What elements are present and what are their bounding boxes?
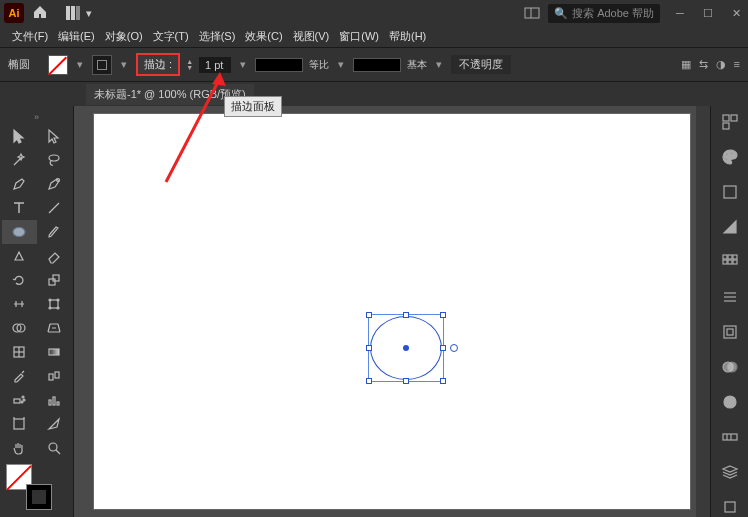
fill-stroke-indicator[interactable] <box>2 460 71 504</box>
center-point[interactable] <box>403 345 409 351</box>
selection-tool[interactable] <box>2 124 37 148</box>
menu-view[interactable]: 视图(V) <box>289 27 334 46</box>
magic-wand-tool[interactable] <box>2 148 37 172</box>
symbols-panel-icon[interactable] <box>719 322 741 343</box>
menu-type[interactable]: 文字(T) <box>149 27 193 46</box>
direct-selection-tool[interactable] <box>37 124 72 148</box>
stroke-indicator[interactable] <box>26 484 52 510</box>
menu-bar: 文件(F) 编辑(E) 对象(O) 文字(T) 选择(S) 效果(C) 视图(V… <box>0 26 748 48</box>
transform-panel-icon[interactable]: ⇆ <box>699 58 708 71</box>
workspace-switcher[interactable]: ▾ <box>60 4 98 22</box>
more-options-icon[interactable]: ≡ <box>734 58 740 71</box>
tools-panel: » <box>0 106 74 517</box>
menu-effect[interactable]: 效果(C) <box>241 27 286 46</box>
opacity-link[interactable]: 不透明度 <box>451 55 511 74</box>
width-tool[interactable] <box>2 292 37 316</box>
blend-tool[interactable] <box>37 364 72 388</box>
handle-top-right[interactable] <box>440 312 446 318</box>
properties-panel-icon[interactable] <box>719 112 741 133</box>
color-panel-icon[interactable] <box>719 147 741 168</box>
minimize-button[interactable]: ─ <box>672 7 688 20</box>
mesh-tool[interactable] <box>2 340 37 364</box>
stroke-weight-dropdown-icon[interactable]: ▾ <box>237 58 249 71</box>
shape-builder-tool[interactable] <box>2 316 37 340</box>
type-tool[interactable] <box>2 196 37 220</box>
handle-mid-right[interactable] <box>440 345 446 351</box>
hand-tool[interactable] <box>2 436 37 460</box>
brushes-panel-icon[interactable] <box>719 252 741 273</box>
paintbrush-tool[interactable] <box>37 220 72 244</box>
ellipse-tool[interactable] <box>2 220 37 244</box>
eraser-tool[interactable] <box>37 244 72 268</box>
search-box[interactable]: 🔍 搜索 Adobe 帮助 <box>548 4 660 23</box>
symbol-sprayer-tool[interactable] <box>2 388 37 412</box>
vertical-scrollbar[interactable] <box>696 106 710 517</box>
curvature-tool[interactable] <box>37 172 72 196</box>
home-icon[interactable] <box>32 4 48 22</box>
scale-tool[interactable] <box>37 268 72 292</box>
svg-point-36 <box>49 443 57 451</box>
graphic-styles-panel-icon[interactable] <box>719 426 741 447</box>
menu-select[interactable]: 选择(S) <box>195 27 240 46</box>
doc-arrange-icon[interactable] <box>524 7 540 19</box>
slice-tool[interactable] <box>37 412 72 436</box>
maximize-button[interactable]: ☐ <box>700 7 716 20</box>
handle-mid-left[interactable] <box>366 345 372 351</box>
appearance-panel-icon[interactable] <box>719 391 741 412</box>
close-button[interactable]: ✕ <box>728 7 744 20</box>
stroke-weight-stepper[interactable]: ▲▼ <box>186 59 193 71</box>
shaper-tool[interactable] <box>2 244 37 268</box>
width-profile-label: 等比 <box>309 58 329 72</box>
isolate-icon[interactable]: ◑ <box>716 58 726 71</box>
width-profile-preview[interactable] <box>255 58 303 72</box>
menu-file[interactable]: 文件(F) <box>8 27 52 46</box>
canvas-area[interactable] <box>74 106 710 517</box>
title-bar: Ai ▾ 🔍 搜索 Adobe 帮助 ─ ☐ ✕ <box>0 0 748 26</box>
brush-dropdown-icon[interactable]: ▾ <box>433 58 445 71</box>
menu-edit[interactable]: 编辑(E) <box>54 27 99 46</box>
align-panel-icon[interactable]: ▦ <box>681 58 691 71</box>
swatches-panel-icon[interactable] <box>719 217 741 238</box>
line-segment-tool[interactable] <box>37 196 72 220</box>
handle-bottom-left[interactable] <box>366 378 372 384</box>
stroke-dropdown-icon[interactable]: ▾ <box>118 58 130 71</box>
handle-bottom-center[interactable] <box>403 378 409 384</box>
fill-swatch[interactable] <box>48 55 68 75</box>
eyedropper-tool[interactable] <box>2 364 37 388</box>
stroke-weight-field[interactable]: 1 pt <box>199 57 231 73</box>
handle-top-left[interactable] <box>366 312 372 318</box>
handle-bottom-right[interactable] <box>440 378 446 384</box>
gradient-tool[interactable] <box>37 340 72 364</box>
artboard-tool[interactable] <box>2 412 37 436</box>
toolbox-collapse-icon[interactable]: » <box>2 110 71 124</box>
menu-window[interactable]: 窗口(W) <box>335 27 383 46</box>
control-bar: 椭圆 ▾ ▾ 描边 : ▲▼ 1 pt ▾ 等比 ▾ 基本 ▾ 不透明度 ▦ ⇆… <box>0 48 748 82</box>
brush-preview[interactable] <box>353 58 401 72</box>
pen-tool[interactable] <box>2 172 37 196</box>
stroke-swatch[interactable] <box>92 55 112 75</box>
svg-rect-30 <box>49 400 51 405</box>
zoom-tool[interactable] <box>37 436 72 460</box>
handle-top-center[interactable] <box>403 312 409 318</box>
layers-panel-icon[interactable] <box>719 461 741 482</box>
artboard[interactable] <box>94 114 690 509</box>
artboards-panel-icon[interactable] <box>719 496 741 517</box>
free-transform-tool[interactable] <box>37 292 72 316</box>
transparency-panel-icon[interactable] <box>719 356 741 377</box>
pie-widget[interactable] <box>450 344 458 352</box>
perspective-grid-tool[interactable] <box>37 316 72 340</box>
libraries-panel-icon[interactable] <box>719 182 741 203</box>
width-profile-dropdown-icon[interactable]: ▾ <box>335 58 347 71</box>
lasso-tool[interactable] <box>37 148 72 172</box>
rotate-tool[interactable] <box>2 268 37 292</box>
column-graph-tool[interactable] <box>37 388 72 412</box>
active-tool-name: 椭圆 <box>8 57 30 72</box>
menu-object[interactable]: 对象(O) <box>101 27 147 46</box>
right-panel-dock <box>710 106 748 517</box>
stroke-panel-link[interactable]: 描边 : <box>136 53 180 76</box>
selected-ellipse[interactable] <box>370 316 442 380</box>
stroke-panel-icon[interactable] <box>719 287 741 308</box>
menu-help[interactable]: 帮助(H) <box>385 27 430 46</box>
fill-dropdown-icon[interactable]: ▾ <box>74 58 86 71</box>
svg-line-9 <box>49 203 59 213</box>
